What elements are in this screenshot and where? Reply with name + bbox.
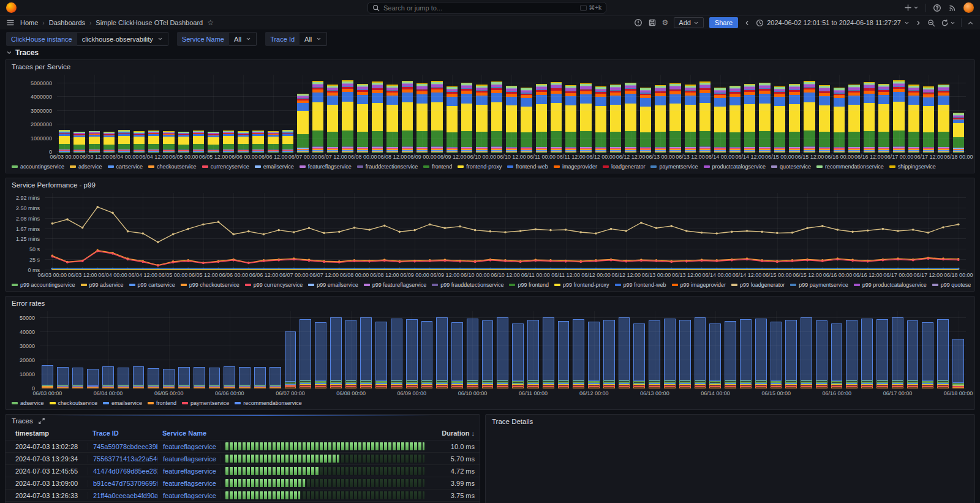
legend-item[interactable]: p99 frontend-web [615,282,666,288]
stacked-bar[interactable] [133,311,145,388]
legend-item[interactable]: quoteservice [771,164,811,170]
stacked-bar[interactable] [789,75,800,152]
legend-item[interactable]: checkoutservice [50,400,98,406]
legend-item[interactable]: p99 imageprovider [672,282,726,288]
stacked-bar[interactable] [580,75,591,152]
stacked-bar[interactable] [497,311,508,388]
cell-service-name-link[interactable]: featureflagservice [157,467,220,475]
filter-clickhouse-instance[interactable]: ClickHouse instance clickhouse-observabi… [6,32,168,46]
cell-service-name-link[interactable]: featureflagservice [157,443,220,450]
stacked-bar[interactable] [74,75,85,152]
stacked-bar[interactable] [699,75,710,152]
stacked-bar[interactable] [254,311,266,388]
legend-item[interactable]: p99 accountingservice [12,282,75,288]
column-header-trace-id[interactable]: Trace ID [88,429,157,437]
table-row[interactable]: 2024-07-03 13:02:28745a59078cbdeec39b7..… [6,441,480,453]
stacked-bar[interactable] [482,311,494,388]
dashboard-settings-button[interactable]: ⚙ [662,19,669,26]
legend-item[interactable]: checkoutservice [148,164,197,170]
legend-item[interactable]: p99 checkoutservice [181,282,239,288]
stacked-bar[interactable] [118,311,129,388]
legend-item[interactable]: p99 emailservice [308,282,358,288]
stacked-bar[interactable] [938,75,949,152]
stacked-bar[interactable] [679,311,691,388]
legend-item[interactable]: p99 productcatalogservice [854,282,927,288]
stacked-bar[interactable] [104,75,115,152]
time-shift-forward-button[interactable] [915,20,922,26]
user-avatar[interactable] [963,2,974,13]
stacked-bar[interactable] [402,75,413,152]
legend-item[interactable]: shippingservice [889,164,936,170]
stacked-bar[interactable] [801,311,812,388]
stacked-bar[interactable] [521,75,532,152]
stacked-bar[interactable] [619,311,630,388]
stacked-bar[interactable] [573,311,584,388]
legend-item[interactable]: p99 frontend [509,282,549,288]
stacked-bar[interactable] [819,75,830,152]
stacked-bar[interactable] [908,75,919,152]
legend-item[interactable]: recommendationservice [235,400,302,406]
expand-panel-icon[interactable] [38,417,45,425]
stacked-bar[interactable] [729,75,741,152]
filter-service-name[interactable]: Service Name All [177,32,257,46]
stacked-bar[interactable] [342,75,353,152]
row-traces-toggle[interactable]: Traces [0,48,980,59]
stacked-bar[interactable] [558,311,570,388]
stacked-bar[interactable] [163,75,174,152]
legend-item[interactable]: p99 paymentservice [790,282,848,288]
panel-title[interactable]: Traces per Service [6,60,974,70]
cell-trace-id-link[interactable]: b91ce47d753709695f1d... [88,480,157,487]
panel-title[interactable]: Error rates [6,297,974,307]
stacked-bar[interactable] [922,311,933,388]
legend-item[interactable]: loadgenerator [603,164,646,170]
stacked-bar[interactable] [725,311,736,388]
legend-item[interactable]: currencyservice [202,164,249,170]
stacked-bar[interactable] [937,311,949,388]
legend-item[interactable]: p99 frontend-proxy [554,282,609,288]
menu-toggle-icon[interactable] [6,18,15,27]
breadcrumb-home[interactable]: Home [20,19,38,26]
legend-item[interactable]: p99 featureflagservice [364,282,427,288]
filter-value-dropdown[interactable]: All [300,32,327,46]
stacked-bar[interactable] [223,75,234,152]
stacked-bar[interactable] [633,311,645,388]
news-button[interactable] [948,4,957,12]
filter-value-dropdown[interactable]: All [229,32,257,46]
legend-item[interactable]: paymentservice [182,400,229,406]
stacked-bar[interactable] [431,75,442,152]
stacked-bar[interactable] [640,75,651,152]
stacked-bar[interactable] [461,75,472,152]
legend-item[interactable]: p99 loadgenerator [731,282,785,288]
legend-item[interactable]: paymentservice [650,164,698,170]
stacked-bar[interactable] [372,75,383,152]
cell-trace-id-link[interactable]: 745a59078cbdeec39b7... [88,443,157,450]
legend-item[interactable]: frontend [423,164,452,170]
legend-item[interactable]: frontend [148,400,176,406]
column-header-timestamp[interactable]: timestamp [10,429,88,437]
stacked-bar[interactable] [669,75,680,152]
legend-item[interactable]: frauddetectionservice [357,164,418,170]
stacked-bar[interactable] [360,311,372,388]
table-row[interactable]: 2024-07-03 13:26:3321ff4a0ceeaeb4fd90af0… [6,490,480,502]
stacked-bar[interactable] [695,311,706,388]
save-dashboard-button[interactable] [648,18,657,27]
refresh-button[interactable] [941,19,956,27]
stacked-bar[interactable] [759,75,770,152]
legend-item[interactable]: p99 quoteservice [932,282,971,288]
stacked-bar[interactable] [391,311,402,388]
stacked-bar[interactable] [512,311,524,388]
time-shift-back-button[interactable] [744,20,750,26]
stacked-bar[interactable] [876,311,888,388]
grafana-logo[interactable] [6,2,17,13]
cell-service-name-link[interactable]: featureflagservice [157,455,220,463]
stacked-bar[interactable] [252,75,263,152]
filter-trace-id[interactable]: Trace Id All [265,32,327,46]
legend-item[interactable]: productcatalogservice [704,164,766,170]
stacked-bar[interactable] [315,311,326,388]
stacked-bar[interactable] [740,311,752,388]
stacked-bar[interactable] [816,311,827,388]
legend-item[interactable]: imageprovider [554,164,597,170]
time-range-picker[interactable]: 2024-06-02 12:01:51 to 2024-06-18 11:27:… [756,19,910,27]
stacked-bar[interactable] [491,75,502,152]
table-row[interactable]: 2024-07-03 12:45:5541474d0769d85ee2828..… [6,465,480,477]
